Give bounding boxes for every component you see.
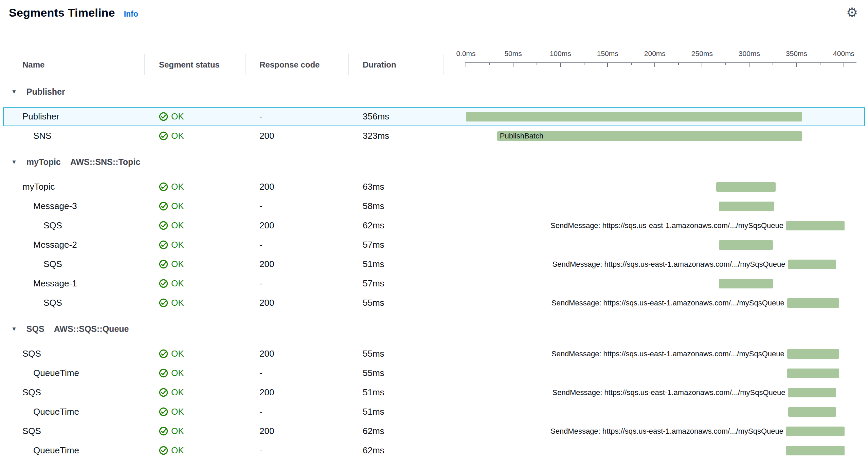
ok-status-icon bbox=[159, 446, 168, 455]
segment-status: OK bbox=[145, 111, 246, 122]
status-label: OK bbox=[171, 387, 184, 398]
axis-line bbox=[465, 62, 856, 63]
table-row[interactable]: Message-1 OK - 57ms bbox=[9, 274, 859, 293]
status-label: OK bbox=[171, 426, 184, 436]
duration-value: 51ms bbox=[349, 259, 444, 269]
segment-status: OK bbox=[145, 445, 246, 456]
table-row[interactable]: SQS OK 200 55ms SendMessage: https://sqs… bbox=[9, 293, 859, 313]
duration-value: 55ms bbox=[349, 298, 444, 308]
timeline-cell bbox=[444, 441, 859, 460]
timeline-bar[interactable] bbox=[787, 298, 839, 308]
duration-value: 62ms bbox=[349, 445, 444, 456]
group-type-label: AWS::SNS::Topic bbox=[70, 157, 140, 167]
ok-status-icon bbox=[159, 298, 168, 307]
timeline-bar[interactable] bbox=[788, 388, 836, 397]
table-row[interactable]: myTopic OK 200 63ms bbox=[9, 177, 859, 196]
table-row[interactable]: Message-2 OK - 57ms bbox=[9, 235, 859, 255]
bar-label: PublishBatch bbox=[497, 132, 543, 140]
group-title: myTopic bbox=[26, 157, 61, 167]
collapse-caret-icon[interactable]: ▼ bbox=[11, 326, 17, 332]
table-row[interactable]: SQS OK 200 51ms SendMessage: https://sqs… bbox=[9, 383, 859, 402]
bar-annotation: SendMessage: https://sqs.us-east-1.amazo… bbox=[551, 299, 787, 307]
bar-annotation: SendMessage: https://sqs.us-east-1.amazo… bbox=[553, 260, 788, 269]
info-link[interactable]: Info bbox=[124, 10, 138, 19]
page-title: Segments Timeline bbox=[9, 6, 115, 19]
timeline-bar[interactable] bbox=[466, 112, 802, 121]
settings-gear-icon[interactable]: ⚙ bbox=[846, 6, 858, 19]
timeline-cell bbox=[444, 177, 859, 196]
timeline-bar[interactable] bbox=[719, 202, 774, 211]
duration-value: 57ms bbox=[349, 240, 444, 250]
axis-tick-mark bbox=[678, 62, 679, 65]
segment-name: QueueTime bbox=[9, 445, 145, 456]
duration-value: 58ms bbox=[349, 201, 444, 211]
table-row[interactable]: QueueTime OK - 62ms bbox=[9, 441, 859, 460]
status-label: OK bbox=[171, 240, 184, 250]
bar-annotation: SendMessage: https://sqs.us-east-1.amazo… bbox=[550, 427, 786, 436]
timeline-bar[interactable] bbox=[788, 260, 836, 269]
segment-status: OK bbox=[145, 240, 246, 250]
axis-tick-label: 300ms bbox=[739, 50, 760, 58]
collapse-caret-icon[interactable]: ▼ bbox=[11, 89, 17, 95]
collapse-caret-icon[interactable]: ▼ bbox=[11, 159, 17, 165]
status-label: OK bbox=[171, 182, 184, 192]
group-header[interactable]: ▼ SQS AWS::SQS::Queue bbox=[9, 313, 859, 344]
timeline-bar[interactable] bbox=[786, 221, 845, 230]
timeline-bar[interactable] bbox=[786, 446, 845, 455]
segment-name: Message-1 bbox=[9, 278, 145, 289]
table-row[interactable]: Publisher OK - 356ms bbox=[9, 107, 859, 126]
ok-status-icon bbox=[159, 260, 168, 269]
axis-tick-label: 250ms bbox=[691, 50, 713, 58]
ok-status-icon bbox=[159, 369, 168, 378]
timeline-cell: SendMessage: https://sqs.us-east-1.amazo… bbox=[444, 293, 859, 313]
response-code: - bbox=[246, 240, 349, 250]
ok-status-icon bbox=[159, 221, 168, 230]
segment-name: QueueTime bbox=[9, 407, 145, 417]
segment-status: OK bbox=[145, 298, 246, 308]
timeline-bar[interactable] bbox=[716, 182, 776, 192]
group-header[interactable]: ▼ Publisher bbox=[9, 75, 859, 107]
status-label: OK bbox=[171, 445, 184, 456]
axis-plot-area: 0.0ms 50ms 100ms 150ms 200ms 250ms 300ms… bbox=[466, 45, 855, 75]
table-row[interactable]: SQS OK 200 62ms SendMessage: https://sqs… bbox=[9, 216, 859, 235]
axis-tick-mark bbox=[489, 62, 490, 65]
response-code: 200 bbox=[246, 348, 349, 359]
timeline-bar[interactable] bbox=[719, 279, 773, 288]
timeline-cell bbox=[444, 402, 859, 421]
segment-name: SQS bbox=[9, 348, 145, 359]
status-label: OK bbox=[171, 131, 184, 141]
column-header-duration: Duration bbox=[349, 54, 444, 75]
status-label: OK bbox=[171, 220, 184, 231]
timeline-bar[interactable] bbox=[786, 427, 845, 436]
table-row[interactable]: SNS OK 200 323ms PublishBatch bbox=[9, 126, 859, 146]
response-code: 200 bbox=[246, 220, 349, 231]
response-code: 200 bbox=[246, 182, 349, 192]
timeline-cell: SendMessage: https://sqs.us-east-1.amazo… bbox=[444, 383, 859, 402]
segment-status: OK bbox=[145, 407, 246, 417]
table-row[interactable]: QueueTime OK - 51ms bbox=[9, 402, 859, 421]
response-code: - bbox=[246, 407, 349, 417]
segment-status: OK bbox=[145, 426, 246, 436]
group-title: Publisher bbox=[26, 87, 65, 97]
timeline-bar[interactable] bbox=[787, 349, 839, 359]
ok-status-icon bbox=[159, 202, 168, 211]
ok-status-icon bbox=[159, 349, 168, 358]
timeline-bar[interactable] bbox=[788, 407, 836, 417]
axis-tick-mark bbox=[631, 62, 632, 65]
status-label: OK bbox=[171, 348, 184, 359]
table-row[interactable]: SQS OK 200 51ms SendMessage: https://sqs… bbox=[9, 255, 859, 274]
ok-status-icon bbox=[159, 240, 168, 249]
table-row[interactable]: QueueTime OK - 55ms bbox=[9, 363, 859, 383]
table-row[interactable]: Message-3 OK - 58ms bbox=[9, 196, 859, 216]
table-row[interactable]: SQS OK 200 55ms SendMessage: https://sqs… bbox=[9, 344, 859, 363]
timeline-bar[interactable] bbox=[719, 240, 773, 250]
group-header[interactable]: ▼ myTopic AWS::SNS::Topic bbox=[9, 146, 859, 177]
timeline-bar[interactable]: PublishBatch bbox=[497, 131, 802, 141]
ok-status-icon bbox=[159, 131, 168, 140]
timeline-bar[interactable] bbox=[787, 369, 839, 378]
table-row[interactable]: SQS OK 200 62ms SendMessage: https://sqs… bbox=[9, 421, 859, 441]
response-code: 200 bbox=[246, 426, 349, 436]
duration-value: 55ms bbox=[349, 368, 444, 378]
segment-name: SQS bbox=[9, 220, 145, 231]
segment-name: SNS bbox=[9, 131, 145, 141]
